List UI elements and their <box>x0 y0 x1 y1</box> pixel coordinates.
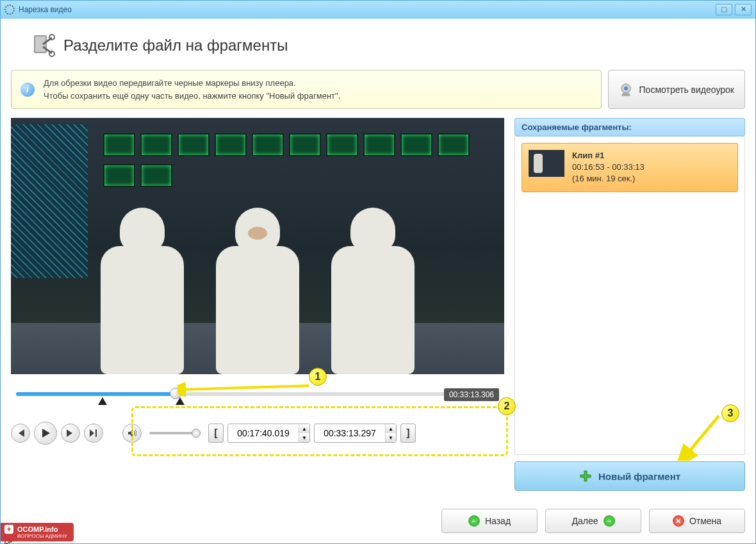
watermark-sub: ВОПРОСЫ АДМИНУ <box>17 533 67 539</box>
app-window: Нарезка видео ▢ ✕ Разделите файл на фраг… <box>0 0 756 544</box>
close-button[interactable]: ✕ <box>735 4 752 15</box>
player-column: 00:33:13.306 1 <box>11 118 504 491</box>
start-time-up[interactable]: ▲ <box>299 424 309 433</box>
page-title: Разделите файл на фрагменты <box>63 37 288 54</box>
info-banner: i Для обрезки видео передвигайте черные … <box>11 70 602 109</box>
window-title: Нарезка видео <box>19 5 72 14</box>
cancel-button[interactable]: ✕ Отмена <box>649 509 745 533</box>
start-marker[interactable] <box>98 397 107 405</box>
watermark: OCOMP.info ВОПРОСЫ АДМИНУ <box>1 523 74 541</box>
fragments-header: Сохраняемые фрагменты: <box>514 118 745 136</box>
maximize-button[interactable]: ▢ <box>716 4 732 15</box>
fragment-name: Клип #1 <box>572 150 645 161</box>
info-icon: i <box>21 83 35 97</box>
watermark-main: OCOMP.info <box>17 525 58 533</box>
callout-3: 3 <box>721 404 739 422</box>
timeline-track[interactable] <box>16 392 499 396</box>
info-text-line1: Для обрезки видео передвигайте черные ма… <box>44 77 340 90</box>
end-time-up[interactable]: ▲ <box>386 424 396 433</box>
speaker-icon <box>127 429 136 438</box>
back-button[interactable]: ← Назад <box>441 509 538 533</box>
volume-slider[interactable] <box>149 432 201 434</box>
svg-line-6 <box>181 386 309 390</box>
end-marker[interactable] <box>176 397 185 405</box>
back-label: Назад <box>485 516 511 526</box>
plus-icon <box>579 470 592 482</box>
current-time-badge: 00:33:13.306 <box>444 388 499 401</box>
callout-1: 1 <box>309 368 327 386</box>
next-button[interactable]: Далее → <box>545 509 641 533</box>
arrow-left-icon: ← <box>468 515 480 527</box>
step-icon <box>89 429 98 437</box>
player-controls: [ ▲ ▼ ▲ ▼ ] <box>11 415 504 451</box>
info-text-line2: Чтобы сохранить ещё одну часть видео, на… <box>44 90 340 103</box>
end-time-input[interactable]: ▲ ▼ <box>314 424 397 443</box>
end-time-field[interactable] <box>315 428 385 438</box>
start-time-down[interactable]: ▼ <box>299 433 309 442</box>
svg-line-7 <box>687 416 719 454</box>
new-fragment-button[interactable]: Новый фрагмент <box>514 461 745 491</box>
set-start-bracket-button[interactable]: [ <box>208 424 224 443</box>
film-reel-icon <box>4 4 15 15</box>
watch-tutorial-button[interactable]: Посмотреть видеоурок <box>608 70 745 109</box>
new-fragment-label: Новый фрагмент <box>598 471 680 482</box>
svg-point-5 <box>624 87 628 90</box>
footer-buttons: ← Назад Далее → ✕ Отмена <box>1 499 755 543</box>
fragment-range: 00:16:53 - 00:33:13 <box>572 161 645 173</box>
next-label: Далее <box>571 516 598 526</box>
tutorial-button-label: Посмотреть видеоурок <box>639 85 734 95</box>
page-header: Разделите файл на фрагменты <box>30 33 745 58</box>
fragments-column: Сохраняемые фрагменты: Клип #1 00:16:53 … <box>514 118 745 491</box>
cancel-label: Отмена <box>689 516 721 526</box>
callout-2: 2 <box>498 397 516 415</box>
play-icon <box>41 429 50 438</box>
start-time-field[interactable] <box>228 428 299 438</box>
prev-frame-button[interactable] <box>11 424 30 443</box>
titlebar: Нарезка видео ▢ ✕ <box>1 1 755 19</box>
fragment-duration: (16 мин. 19 сек.) <box>572 173 645 185</box>
skip-back-icon <box>16 429 25 437</box>
fragment-thumbnail <box>529 150 564 177</box>
volume-thumb[interactable] <box>192 429 201 438</box>
scissors-film-icon <box>30 33 56 58</box>
play-button[interactable] <box>34 422 57 445</box>
skip-forward-icon <box>66 429 75 437</box>
step-forward-button[interactable] <box>84 424 103 443</box>
end-time-down[interactable]: ▼ <box>386 433 396 442</box>
cancel-x-icon: ✕ <box>673 515 684 527</box>
webcam-icon <box>619 83 633 97</box>
next-frame-button[interactable] <box>61 424 80 443</box>
fragment-item[interactable]: Клип #1 00:16:53 - 00:33:13 (16 мин. 19 … <box>522 143 738 192</box>
set-end-bracket-button[interactable]: ] <box>400 424 416 443</box>
start-time-input[interactable]: ▲ ▼ <box>227 424 310 443</box>
video-preview[interactable] <box>11 118 504 374</box>
fragments-list: Клип #1 00:16:53 - 00:33:13 (16 мин. 19 … <box>514 136 745 455</box>
timeline-progress <box>16 392 176 396</box>
arrow-right-icon: → <box>604 515 615 527</box>
volume-button[interactable] <box>122 424 142 443</box>
